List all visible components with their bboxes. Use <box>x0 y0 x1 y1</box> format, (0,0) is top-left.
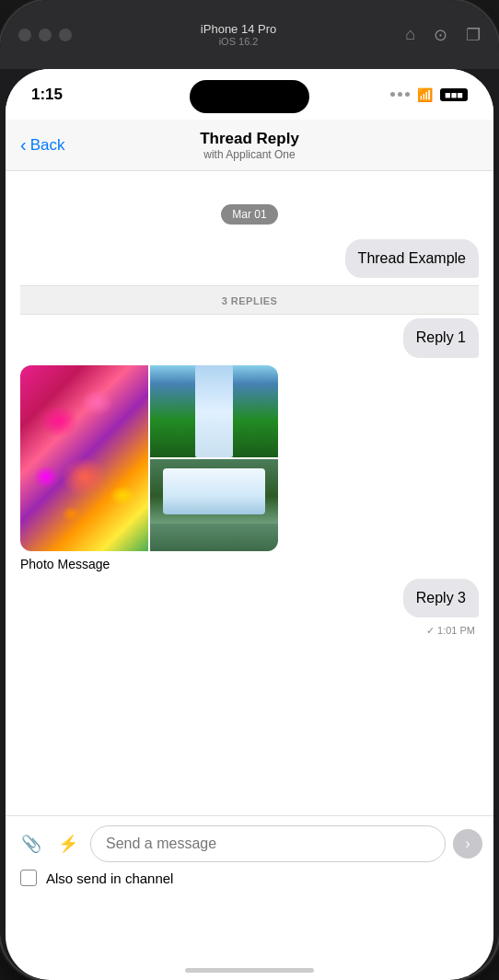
also-send-checkbox[interactable] <box>20 870 37 886</box>
photo-label: Photo Message <box>20 557 479 571</box>
copy-icon[interactable]: ❐ <box>466 25 481 45</box>
photo-cell-flowers <box>20 365 148 551</box>
nav-bar: ‹ Back Thread Reply with Applicant One <box>6 120 493 171</box>
signal-indicator <box>390 92 410 97</box>
send-icon: › <box>465 836 470 852</box>
reply-3-bubble: Reply 3 <box>403 579 479 617</box>
message-row: Thread Example <box>20 239 479 278</box>
sim-title: iPhone 14 Pro iOS 16.2 <box>72 22 405 47</box>
thread-divider-text: 3 REPLIES <box>222 295 278 306</box>
attachment-button[interactable]: 📎 <box>17 829 46 859</box>
wifi-icon: 📶 <box>417 87 433 102</box>
photo-cell-waterfall1 <box>150 365 278 457</box>
phone-screen: 1:15 📶 ■■■ ‹ Back Thread Reply with Appl… <box>6 69 493 980</box>
date-label: Mar 01 <box>20 204 479 225</box>
status-right: 📶 ■■■ <box>390 87 468 102</box>
status-bar: 1:15 📶 ■■■ <box>6 69 493 120</box>
sim-dot-2 <box>39 29 52 41</box>
sim-dot-1 <box>18 29 31 41</box>
message-row: Reply 3 <box>20 579 479 617</box>
input-area: 📎 ⚡ › Also send in channel <box>6 815 493 894</box>
back-chevron-icon: ‹ <box>20 134 27 156</box>
send-button[interactable]: › <box>453 829 482 859</box>
waterfall1-photo <box>150 365 278 457</box>
also-send-row: Also send in channel <box>17 870 482 886</box>
device-frame: iPhone 14 Pro iOS 16.2 ⌂ ⊙ ❐ 1:15 📶 ■■■ <box>0 0 499 980</box>
thread-divider: 3 REPLIES <box>20 285 479 315</box>
chat-area[interactable]: Mar 01 Thread Example 3 REPLIES Reply 1 <box>6 171 493 815</box>
message-input[interactable] <box>90 825 446 862</box>
dynamic-island <box>190 80 309 113</box>
attachment-icon: 📎 <box>21 834 41 854</box>
sim-dot-3 <box>59 29 72 41</box>
home-indicator <box>185 968 314 973</box>
sim-icons: ⌂ ⊙ ❐ <box>405 25 481 45</box>
reply-1-bubble: Reply 1 <box>403 318 479 357</box>
flowers-photo <box>20 365 148 551</box>
page-subtitle: with Applicant One <box>200 148 299 161</box>
date-pill: Mar 01 <box>221 204 277 225</box>
nav-title-area: Thread Reply with Applicant One <box>200 130 299 161</box>
photo-cell-waterfall2 <box>150 459 278 551</box>
waterfall2-photo <box>150 459 278 551</box>
thread-example-bubble: Thread Example <box>345 239 479 278</box>
back-button[interactable]: ‹ Back <box>20 134 64 156</box>
status-time: 1:15 <box>31 86 63 104</box>
sim-dots <box>18 29 72 41</box>
screenshot-icon[interactable]: ⊙ <box>434 25 447 45</box>
page-title: Thread Reply <box>200 130 299 148</box>
lightning-icon: ⚡ <box>58 834 78 854</box>
home-icon[interactable]: ⌂ <box>405 25 415 45</box>
message-row: Reply 1 <box>20 318 479 357</box>
battery-icon: ■■■ <box>440 88 468 101</box>
message-timestamp: ✓ 1:01 PM <box>20 625 479 637</box>
simulator-bar: iPhone 14 Pro iOS 16.2 ⌂ ⊙ ❐ <box>0 0 499 69</box>
photo-message-container: Photo Message <box>20 365 479 571</box>
photo-grid <box>20 365 278 551</box>
also-send-label: Also send in channel <box>46 870 173 886</box>
back-label: Back <box>30 136 65 155</box>
lightning-button[interactable]: ⚡ <box>53 829 83 859</box>
input-row: 📎 ⚡ › <box>17 825 482 862</box>
